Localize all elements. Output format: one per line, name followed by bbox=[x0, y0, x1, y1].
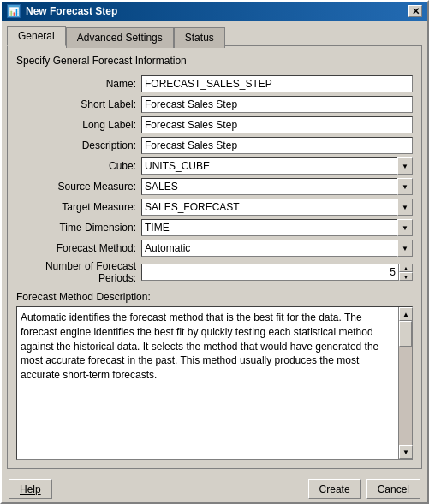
short-label-row: Short Label: bbox=[16, 96, 413, 113]
num-periods-row: Number of Forecast Periods: ▲ ▼ bbox=[16, 260, 413, 284]
time-dimension-select[interactable]: TIME bbox=[141, 219, 413, 236]
footer-right: Create Cancel bbox=[308, 479, 420, 499]
cube-label: Cube: bbox=[16, 160, 136, 172]
forecast-method-select-wrapper: Automatic ▼ bbox=[141, 240, 413, 257]
section-title: Specify General Forecast Information bbox=[16, 55, 413, 67]
main-window: 📊 New Forecast Step ✕ General Advanced S… bbox=[0, 0, 429, 504]
scroll-up-button[interactable]: ▲ bbox=[399, 307, 413, 321]
window-icon: 📊 bbox=[7, 4, 21, 18]
description-box: Automatic identifies the forecast method… bbox=[16, 306, 413, 460]
long-label-row: Long Label: bbox=[16, 116, 413, 133]
target-measure-select-wrapper: SALES_FORECAST ▼ bbox=[141, 199, 413, 216]
tab-general[interactable]: General bbox=[7, 26, 66, 46]
scroll-thumb[interactable] bbox=[399, 321, 412, 347]
num-periods-spinner: ▲ ▼ bbox=[141, 264, 413, 281]
scrollbar: ▲ ▼ bbox=[398, 307, 412, 459]
title-bar: 📊 New Forecast Step ✕ bbox=[2, 2, 427, 21]
target-measure-row: Target Measure: SALES_FORECAST ▼ bbox=[16, 199, 413, 216]
spinner-down-button[interactable]: ▼ bbox=[399, 272, 413, 281]
cancel-button[interactable]: Cancel bbox=[366, 479, 420, 499]
source-measure-row: Source Measure: SALES ▼ bbox=[16, 178, 413, 195]
description-input[interactable] bbox=[141, 137, 413, 154]
tab-content: Specify General Forecast Information Nam… bbox=[7, 45, 422, 469]
cube-select-wrapper: UNITS_CUBE ▼ bbox=[141, 157, 413, 175]
time-dimension-select-wrapper: TIME ▼ bbox=[141, 219, 413, 236]
tab-status[interactable]: Status bbox=[174, 27, 225, 48]
forecast-method-label: Forecast Method: bbox=[16, 242, 136, 254]
tabs-container: General Advanced Settings Status bbox=[7, 26, 422, 46]
create-button[interactable]: Create bbox=[308, 479, 361, 499]
cube-select[interactable]: UNITS_CUBE bbox=[141, 157, 413, 175]
name-row: Name: bbox=[16, 75, 413, 92]
description-label: Description: bbox=[16, 139, 136, 151]
help-button[interactable]: Help bbox=[9, 479, 52, 499]
forecast-method-description-section: Forecast Method Description: Automatic i… bbox=[16, 291, 413, 460]
time-dimension-row: Time Dimension: TIME ▼ bbox=[16, 219, 413, 236]
source-measure-label: Source Measure: bbox=[16, 181, 136, 193]
short-label-input[interactable] bbox=[141, 96, 413, 113]
source-measure-select[interactable]: SALES bbox=[141, 178, 413, 195]
target-measure-label: Target Measure: bbox=[16, 201, 136, 213]
forecast-method-select[interactable]: Automatic bbox=[141, 240, 413, 257]
close-button[interactable]: ✕ bbox=[408, 5, 422, 17]
cube-row: Cube: UNITS_CUBE ▼ bbox=[16, 157, 413, 175]
long-label-input[interactable] bbox=[141, 116, 413, 133]
name-label: Name: bbox=[16, 78, 136, 90]
long-label-label: Long Label: bbox=[16, 119, 136, 131]
source-measure-select-wrapper: SALES ▼ bbox=[141, 178, 413, 195]
tab-advanced-settings[interactable]: Advanced Settings bbox=[66, 27, 174, 48]
footer: Help Create Cancel bbox=[2, 474, 427, 502]
window-title: New Forecast Step bbox=[26, 5, 117, 17]
name-input[interactable] bbox=[141, 75, 413, 92]
form-grid: Name: Short Label: Long Label: Descripti… bbox=[16, 75, 413, 284]
scroll-track bbox=[399, 321, 412, 445]
forecast-method-description-label: Forecast Method Description: bbox=[16, 291, 413, 303]
short-label-label: Short Label: bbox=[16, 98, 136, 110]
spinner-up-button[interactable]: ▲ bbox=[399, 264, 413, 272]
target-measure-select[interactable]: SALES_FORECAST bbox=[141, 199, 413, 216]
time-dimension-label: Time Dimension: bbox=[16, 222, 136, 234]
num-periods-input[interactable] bbox=[141, 264, 399, 281]
spinner-buttons: ▲ ▼ bbox=[399, 264, 413, 281]
scroll-down-button[interactable]: ▼ bbox=[399, 445, 413, 459]
description-row: Description: bbox=[16, 137, 413, 154]
forecast-method-row: Forecast Method: Automatic ▼ bbox=[16, 240, 413, 257]
forecast-method-description-text: Automatic identifies the forecast method… bbox=[17, 307, 398, 459]
num-periods-label: Number of Forecast Periods: bbox=[16, 260, 136, 284]
window-body: General Advanced Settings Status Specify… bbox=[2, 21, 427, 474]
